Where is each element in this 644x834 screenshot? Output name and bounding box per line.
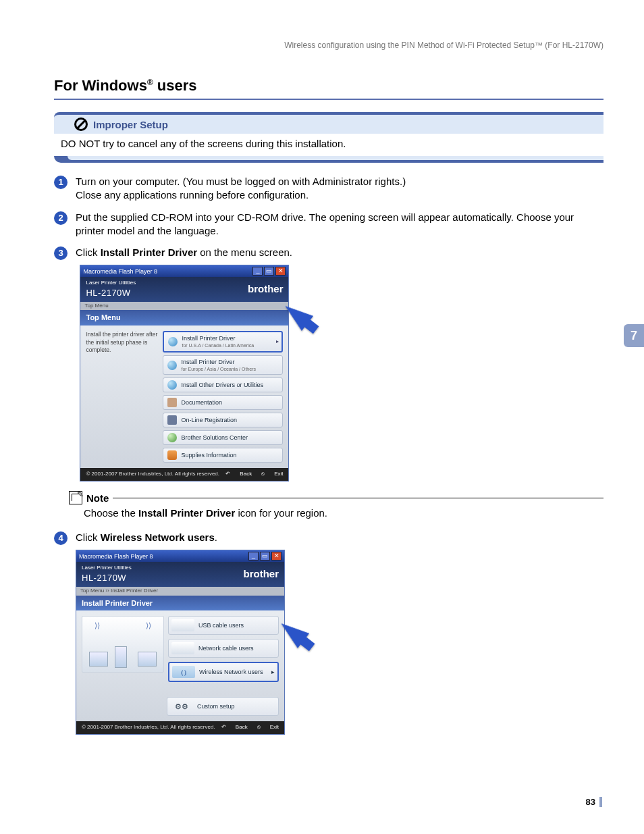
wireless-icon: ⦅ ⦆: [172, 666, 195, 678]
box-icon: [167, 450, 177, 460]
note-block: Note Choose the Install Printer Driver i…: [69, 491, 603, 519]
step-list: 1 Turn on your computer. (You must be lo…: [54, 175, 603, 481]
menu-item-install-usa[interactable]: Install Printer Driverfor U.S.A / Canada…: [163, 331, 283, 353]
step-3-post: on the menu screen.: [197, 246, 292, 258]
util-label: Laser Printer Utilities: [86, 280, 136, 287]
step-bullet-2: 2: [54, 211, 68, 225]
note-icon: [69, 491, 82, 504]
device-icon: [89, 652, 108, 667]
menu-item-solutions[interactable]: Brother Solutions Center: [163, 430, 283, 445]
back-icon[interactable]: ↶: [225, 471, 230, 478]
step-2-text: Put the supplied CD-ROM into your CD-ROM…: [76, 211, 603, 238]
step-3-bold: Install Printer Driver: [101, 246, 197, 258]
back-button[interactable]: Back: [240, 471, 252, 478]
menu-item-label: Install Other Drivers or Utilities: [181, 381, 263, 389]
screenshot-top-menu: Macromedia Flash Player 8 _ ▭ ✕ Laser Pr…: [80, 265, 289, 481]
improper-setup-body: DO NOT try to cancel any of the screens …: [54, 134, 603, 156]
menu-item-label: Install Printer Driver: [181, 359, 234, 365]
wifi-icon: ⟩⟩: [146, 621, 151, 631]
menu-item-documentation[interactable]: Documentation: [163, 395, 283, 410]
panel-heading: Install Printer Driver: [76, 596, 284, 611]
maximize-icon[interactable]: ▭: [260, 552, 270, 561]
step-bullet-4: 4: [54, 531, 68, 545]
section-title-suffix: users: [153, 77, 197, 94]
breadcrumb: Top Menu ›› Install Printer Driver: [76, 587, 284, 596]
step-1: 1 Turn on your computer. (You must be lo…: [54, 175, 603, 203]
minimize-icon[interactable]: _: [252, 267, 263, 276]
minimize-icon[interactable]: _: [248, 552, 259, 561]
model-label: HL-2170W: [82, 572, 132, 584]
option-label: Custom setup: [197, 702, 235, 710]
exit-button[interactable]: Exit: [274, 471, 283, 478]
note-post: icon for your region.: [235, 507, 327, 519]
note-pre: Choose the: [84, 507, 138, 519]
screenshot-install-driver: Macromedia Flash Player 8 _ ▭ ✕ Laser Pr…: [76, 550, 285, 735]
menu-item-label: Documentation: [181, 398, 222, 407]
close-icon[interactable]: ✕: [275, 267, 286, 276]
step-4-bold: Wireless Network users: [101, 531, 215, 543]
menu-item-label: On-Line Registration: [181, 416, 237, 424]
registered-mark: ®: [147, 78, 153, 87]
back-button[interactable]: Back: [236, 724, 248, 731]
close-icon[interactable]: ✕: [271, 552, 281, 561]
globe-icon: [168, 337, 178, 346]
note-bold: Install Printer Driver: [138, 507, 235, 519]
option-label: USB cable users: [198, 621, 244, 629]
back-icon[interactable]: ↶: [221, 724, 226, 731]
router-icon: [115, 646, 127, 668]
step-1-text2: Close any applications running before co…: [76, 189, 308, 201]
option-network-cable-users[interactable]: Network cable users: [168, 639, 279, 658]
step-list-cont: 4 Click Wireless Network users. Macromed…: [54, 531, 603, 735]
network-illustration: ⟩⟩ ⟩⟩: [82, 616, 164, 673]
step-3: 3 Click Install Printer Driver on the me…: [54, 246, 603, 481]
step-bullet-3: 3: [54, 246, 68, 260]
note-label: Note: [86, 492, 109, 504]
step-2: 2 Put the supplied CD-ROM into your CD-R…: [54, 211, 603, 238]
menu-item-registration[interactable]: On-Line Registration: [163, 413, 283, 427]
option-usb-users[interactable]: USB cable users: [168, 616, 279, 635]
menu-item-label: Install Printer Driver: [182, 335, 235, 342]
usb-icon: [171, 619, 194, 631]
exit-icon[interactable]: ⎋: [257, 724, 261, 731]
section-title: For Windows® users: [54, 77, 603, 100]
step-3-pre: Click: [76, 246, 101, 258]
step-4-post: .: [215, 531, 217, 543]
brand-logo: brother: [248, 282, 284, 296]
menu-item-install-europe[interactable]: Install Printer Driverfor Europe / Asia …: [163, 355, 283, 375]
gear-icon: ⚙⚙: [170, 700, 193, 712]
copyright: © 2001-2007 Brother Industries, Ltd. All…: [86, 471, 219, 478]
menu-item-label: Brother Solutions Center: [181, 434, 248, 442]
option-label: Network cable users: [198, 644, 254, 652]
side-description: Install the printer driver after the ini…: [86, 331, 159, 463]
s-icon: [167, 433, 177, 442]
globe-icon: [167, 361, 177, 370]
exit-icon[interactable]: ⎋: [261, 471, 265, 478]
menu-item-supplies[interactable]: Supplies Information: [163, 448, 283, 463]
cable-icon: [171, 642, 194, 654]
brand-logo: brother: [244, 567, 279, 581]
improper-setup-header: Improper Setup: [54, 112, 603, 134]
improper-setup-callout: Improper Setup DO NOT try to cancel any …: [54, 112, 603, 163]
menu-item-sub: for U.S.A / Canada / Latin America: [182, 342, 254, 348]
pen-icon: [167, 415, 177, 425]
exit-button[interactable]: Exit: [270, 724, 279, 731]
page-number: 83: [586, 797, 602, 807]
device-icon: [138, 652, 157, 667]
breadcrumb: Top Menu: [80, 302, 288, 311]
window-buttons[interactable]: _ ▭ ✕: [252, 267, 286, 276]
running-header: Wireless configuration using the PIN Met…: [54, 41, 603, 50]
maximize-icon[interactable]: ▭: [264, 267, 274, 276]
option-wireless-users[interactable]: ⦅ ⦆ Wireless Network users ▸: [168, 662, 279, 682]
callout-footer-bar: [54, 156, 603, 163]
util-label: Laser Printer Utilities: [82, 565, 132, 572]
option-custom-setup[interactable]: ⚙⚙ Custom setup: [167, 697, 279, 716]
wifi-icon: ⟩⟩: [95, 621, 100, 631]
window-buttons[interactable]: _ ▭ ✕: [248, 552, 281, 561]
chevron-right-icon: ▸: [271, 668, 275, 676]
improper-setup-title: Improper Setup: [93, 119, 168, 130]
menu-item-other-drivers[interactable]: Install Other Drivers or Utilities: [163, 377, 283, 392]
window-title: Macromedia Flash Player 8: [83, 267, 157, 276]
model-label: HL-2170W: [86, 287, 136, 299]
step-bullet-1: 1: [54, 176, 68, 189]
copyright: © 2001-2007 Brother Industries, Ltd. All…: [82, 724, 215, 731]
